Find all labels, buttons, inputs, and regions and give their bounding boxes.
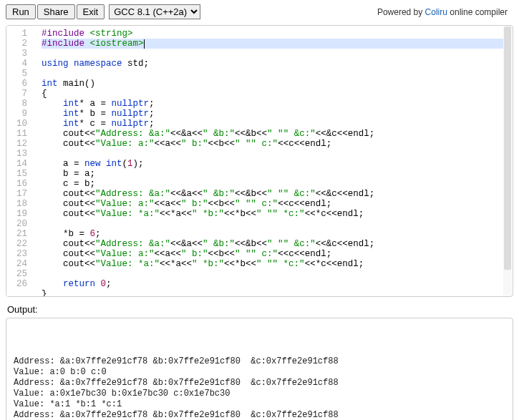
line-number: 18 [16,199,27,209]
line-number: 19 [16,209,27,219]
code-line[interactable]: cout<<"Value: *a:"<<*a<<" *b:"<<*b<<" ""… [42,259,364,269]
line-number: 23 [16,249,27,259]
line-number: 9 [16,109,27,119]
output-label: Output: [7,304,513,315]
line-number: 11 [16,129,27,139]
line-number: 26 [16,279,27,289]
line-number: 3 [16,49,27,59]
run-button[interactable]: Run [6,4,36,19]
compiler-select[interactable]: GCC 8.1 (C++2a) [109,4,200,19]
text-cursor [144,39,145,49]
line-number: 20 [16,219,27,229]
code-line[interactable]: cout<<"Value: *a:"<<*a<<" *b:"<<*b<<" ""… [42,209,364,219]
coliru-link[interactable]: Coliru [425,7,447,17]
code-line[interactable]: } [42,289,47,296]
code-line[interactable]: cout<<"Value: a:"<<a<<" b:"<<b<<" "" c:"… [42,139,331,149]
line-number: 12 [16,139,27,149]
code-line[interactable]: int* c = nullptr; [42,119,155,129]
code-editor[interactable]: 1234567891011121314151617181920212223242… [6,25,513,297]
line-number: 1 [16,29,27,39]
line-number: 10 [16,119,27,129]
vertical-scrollbar[interactable] [503,26,512,296]
line-number: 16 [16,179,27,189]
exit-button[interactable]: Exit [77,4,105,19]
share-button[interactable]: Share [37,4,75,19]
code-line[interactable]: #include <iostream> [42,39,508,49]
toolbar: Run Share Exit GCC 8.1 (C++2a) Powered b… [3,3,516,24]
code-line[interactable]: { [42,89,47,99]
line-number-gutter: 1234567891011121314151617181920212223242… [6,26,33,296]
code-line[interactable]: cout<<"Address: &a:"<<&a<<" &b:"<<&b<<" … [42,239,374,249]
line-number: 15 [16,169,27,179]
scrollbar-thumb[interactable] [504,26,511,270]
code-line[interactable]: *b = 6; [42,229,101,239]
code-line[interactable]: return 0; [42,279,112,289]
line-number: 7 [16,89,27,99]
code-line[interactable]: cout<<"Address: &a:"<<&a<<" &b:"<<&b<<" … [42,129,374,139]
line-number: 8 [16,99,27,109]
line-number: 21 [16,229,27,239]
code-line[interactable]: cout<<"Value: a:"<<a<<" b:"<<b<<" "" c:"… [42,249,331,259]
code-line[interactable]: a = new int(1); [42,159,144,169]
line-number: 22 [16,239,27,249]
code-line[interactable]: #include <string> [42,29,133,39]
line-number: 6 [16,79,27,89]
line-number: 2 [16,39,27,49]
line-number: 25 [16,269,27,279]
output-panel: Address: &a:0x7ffe2e91cf78 &b:0x7ffe2e91… [6,318,513,420]
code-line[interactable]: cout<<"Address: &a:"<<&a<<" &b:"<<&b<<" … [42,189,374,199]
line-number: 17 [16,189,27,199]
line-number: 24 [16,259,27,269]
code-area[interactable]: #include <string> #include <iostream> us… [33,26,513,296]
code-line[interactable]: int* a = nullptr; [42,99,155,109]
code-line[interactable]: int* b = nullptr; [42,109,155,119]
line-number: 13 [16,149,27,159]
code-line[interactable]: b = a; [42,169,95,179]
output-text: Address: &a:0x7ffe2e91cf78 &b:0x7ffe2e91… [14,346,505,420]
line-number: 4 [16,59,27,69]
line-number: 5 [16,69,27,79]
code-line[interactable]: cout<<"Value: a:"<<a<<" b:"<<b<<" "" c:"… [42,199,331,209]
code-line[interactable]: c = b; [42,179,95,189]
line-number: 14 [16,159,27,169]
code-line[interactable]: int main() [42,79,95,89]
powered-by-text: Powered by Coliru online compiler [377,7,513,17]
code-line[interactable]: using namespace std; [42,59,149,69]
